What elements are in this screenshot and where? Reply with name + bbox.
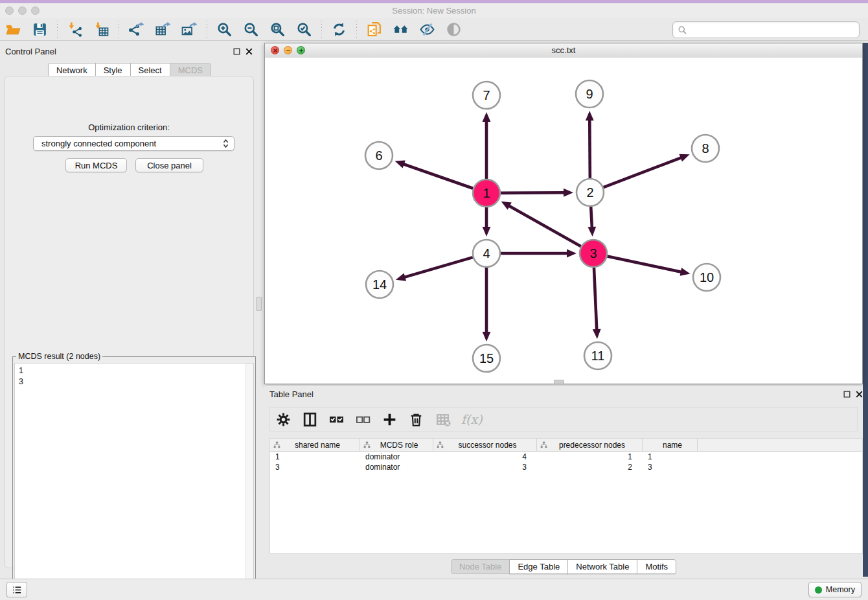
zoom-fit-icon[interactable]	[269, 21, 286, 38]
zoom-in-icon[interactable]	[216, 21, 233, 38]
edge-arrowhead	[483, 112, 491, 122]
table-row[interactable]: 1dominator411	[270, 452, 862, 462]
clone-network-icon[interactable]	[365, 21, 383, 38]
memory-status-icon	[815, 586, 822, 594]
tab-edge-table[interactable]: Edge Table	[509, 559, 568, 574]
export-image-icon[interactable]	[181, 21, 198, 38]
run-mcds-button[interactable]: Run MCDS	[65, 158, 127, 172]
close-panel-icon[interactable]	[245, 47, 253, 56]
node-table-header: shared name MCDS role successor nodes pr…	[270, 439, 862, 452]
search-icon	[678, 25, 687, 35]
dropdown-stepper-icon	[221, 138, 231, 149]
panel-divider-handle[interactable]	[256, 297, 262, 311]
search-input[interactable]	[690, 23, 859, 37]
table-cell: 4	[433, 452, 537, 461]
toolbar-separator	[207, 21, 207, 38]
graph-edge-3-11[interactable]	[594, 268, 597, 331]
column-header-shared-name[interactable]: shared name	[270, 439, 360, 451]
graph-edge-4-14[interactable]	[403, 257, 472, 277]
export-table-icon[interactable]	[154, 21, 172, 38]
graph-node-label: 6	[375, 148, 382, 163]
table-cell: dominator	[360, 463, 433, 472]
desktop-background-right	[863, 43, 868, 577]
graph-edge-2-3[interactable]	[591, 207, 592, 229]
float-panel-icon[interactable]	[233, 47, 241, 56]
tree-column-icon	[437, 441, 444, 448]
network-canvas[interactable]: 1234678910111415	[265, 58, 862, 384]
node-table[interactable]: shared name MCDS role successor nodes pr…	[269, 438, 863, 554]
column-header-MCDS-role[interactable]: MCDS role	[360, 439, 433, 451]
network-view-window: scc.txt 1234678910111415	[264, 43, 863, 384]
graph-edge-2-8[interactable]	[604, 157, 683, 188]
close-table-panel-icon[interactable]	[855, 390, 863, 398]
column-header-predecessor-nodes[interactable]: predecessor nodes	[537, 439, 643, 451]
hide-details-icon[interactable]	[418, 21, 436, 38]
toolbar-separator	[356, 21, 357, 38]
tab-motifs[interactable]: Motifs	[637, 559, 676, 574]
edge-arrowhead	[679, 154, 689, 162]
graph-node-label: 1	[483, 186, 490, 200]
graph-node-label: 2	[586, 185, 593, 200]
optimization-criterion-label: Optimization criterion:	[5, 122, 253, 132]
close-panel-button[interactable]: Close panel	[135, 158, 203, 172]
session-title: Session: New Session	[0, 6, 868, 16]
network-window-resize-handle[interactable]	[554, 380, 564, 384]
column-header-name[interactable]: name	[643, 439, 698, 451]
graph-edge-1-2[interactable]	[501, 192, 565, 193]
table-cell: 1	[643, 452, 698, 461]
search-box[interactable]	[672, 21, 860, 38]
float-table-panel-icon[interactable]	[843, 390, 851, 398]
import-network-icon[interactable]	[66, 21, 84, 38]
graph-node-label: 14	[372, 277, 387, 292]
tab-network-table[interactable]: Network Table	[567, 559, 637, 574]
table-row[interactable]: 3dominator323	[270, 462, 862, 472]
refresh-layout-icon[interactable]	[330, 21, 348, 38]
table-cell: 3	[270, 463, 360, 472]
zoom-selected-icon[interactable]	[295, 21, 313, 38]
toolbar-separator	[119, 21, 119, 38]
graph-edge-3-10[interactable]	[608, 257, 683, 273]
graph-node-label: 4	[483, 246, 490, 260]
criterion-dropdown[interactable]: strongly connected component	[33, 136, 234, 151]
graph-node-label: 9	[586, 87, 593, 101]
memory-button[interactable]: Memory	[808, 582, 862, 597]
mcds-panel: Optimization criterion: strongly connect…	[4, 76, 254, 568]
task-history-button[interactable]	[6, 582, 27, 597]
graph-edge-2-9[interactable]	[589, 119, 590, 178]
first-neighbors-icon[interactable]	[392, 21, 409, 38]
tree-column-icon	[273, 441, 280, 448]
control-panel: Control Panel NetworkStyleSelectMCDS Opt…	[0, 43, 259, 570]
save-session-icon[interactable]	[31, 21, 49, 38]
edge-arrowhead	[593, 329, 601, 339]
control-panel-title: Control Panel	[5, 47, 56, 56]
table-cell: 3	[433, 463, 537, 472]
show-details-icon-disabled	[445, 21, 463, 38]
import-table-icon[interactable]	[93, 21, 110, 38]
table-cell: 2	[537, 463, 643, 472]
graph-node-label: 7	[483, 88, 490, 102]
graph-edge-3-1[interactable]	[508, 205, 581, 247]
edge-arrowhead	[586, 111, 594, 121]
mcds-result-values: 1 3	[19, 365, 23, 387]
export-network-icon[interactable]	[128, 21, 145, 38]
table-cell: 1	[537, 452, 643, 461]
result-scrollbar[interactable]	[246, 363, 253, 597]
memory-button-label: Memory	[826, 585, 855, 594]
select-all-icon[interactable]	[328, 411, 345, 428]
column-header-successor-nodes[interactable]: successor nodes	[433, 439, 537, 451]
show-columns-icon[interactable]	[301, 411, 319, 428]
mcds-result-list[interactable]: 1 3	[14, 363, 254, 598]
edge-arrowhead	[395, 160, 405, 168]
graph-node-label: 8	[702, 141, 709, 156]
table-panel-title: Table Panel	[269, 389, 314, 399]
table-settings-icon[interactable]	[275, 411, 292, 428]
open-session-icon[interactable]	[5, 21, 22, 38]
graph-edge-1-6[interactable]	[402, 164, 473, 189]
unselect-all-icon[interactable]	[354, 411, 372, 428]
edge-arrowhead	[680, 268, 691, 276]
delete-column-icon[interactable]	[407, 411, 425, 428]
add-column-icon[interactable]	[381, 411, 398, 428]
tab-node-table[interactable]: Node Table	[451, 559, 510, 574]
network-window-titlebar[interactable]: scc.txt	[265, 43, 862, 58]
zoom-out-icon[interactable]	[242, 21, 260, 38]
